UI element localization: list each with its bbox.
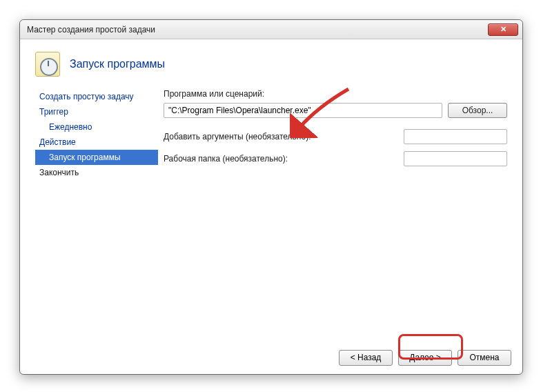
startin-label: Рабочая папка (необязательно): [164,154,404,164]
back-button[interactable]: < Назад [339,350,393,366]
wizard-body: Создать простую задачу Триггер Ежедневно… [20,86,522,341]
wizard-sidebar: Создать простую задачу Триггер Ежедневно… [35,86,158,341]
titlebar: Мастер создания простой задачи ✕ [20,20,522,39]
script-input[interactable] [164,103,442,118]
script-label: Программа или сценарий: [164,89,507,99]
browse-button[interactable]: Обзор... [448,103,507,118]
window-title: Мастер создания простой задачи [27,25,488,35]
cancel-button[interactable]: Отмена [458,350,511,366]
arguments-row: Добавить аргументы (необязательно): [164,129,507,144]
next-button[interactable]: Далее > [398,350,452,366]
sidebar-item-start-program[interactable]: Запуск программы [35,150,158,165]
wizard-window: Мастер создания простой задачи ✕ Запуск … [19,19,523,375]
close-button[interactable]: ✕ [488,23,518,36]
task-clock-icon [35,52,60,77]
wizard-header: Запуск программы [20,39,522,86]
startin-input[interactable] [404,151,507,166]
sidebar-item-daily[interactable]: Ежедневно [35,119,158,135]
startin-row: Рабочая папка (необязательно): [164,151,507,166]
page-title: Запуск программы [70,58,165,70]
close-icon: ✕ [500,25,506,34]
sidebar-item-create-task[interactable]: Создать простую задачу [35,89,158,104]
arguments-label: Добавить аргументы (необязательно): [164,132,404,141]
sidebar-item-action[interactable]: Действие [35,135,158,150]
sidebar-item-finish[interactable]: Закончить [35,165,158,180]
script-row: Обзор... [164,103,507,118]
sidebar-item-trigger[interactable]: Триггер [35,104,158,119]
wizard-footer: < Назад Далее > Отмена [20,341,522,374]
form-panel: Программа или сценарий: Обзор... Добавит… [158,86,507,341]
arguments-input[interactable] [404,129,507,144]
